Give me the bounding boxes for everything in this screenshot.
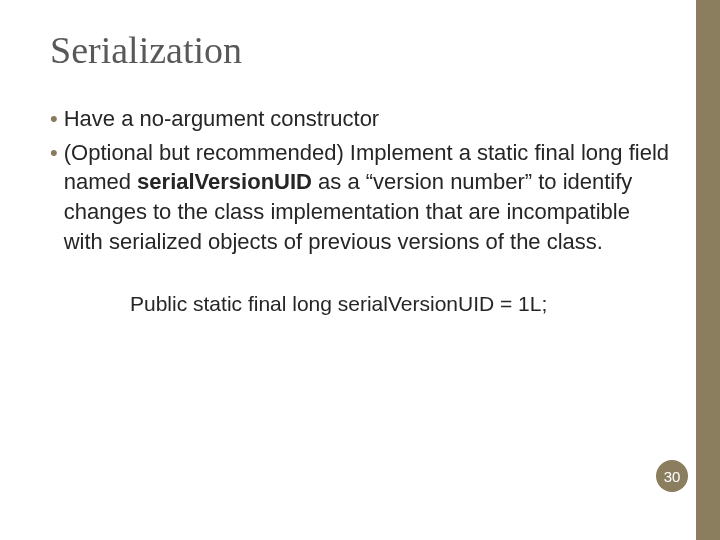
page-number-text: 30 bbox=[664, 468, 681, 485]
page-number-badge: 30 bbox=[656, 460, 688, 492]
slide: Serialization • Have a no-argument const… bbox=[0, 0, 720, 540]
bullet-text: (Optional but recommended) Implement a s… bbox=[64, 138, 670, 257]
slide-content: • Have a no-argument constructor • (Opti… bbox=[50, 104, 670, 316]
bullet-marker-icon: • bbox=[50, 104, 58, 134]
text-run: Have a no-argument constructor bbox=[64, 106, 380, 131]
bullet-item: • Have a no-argument constructor bbox=[50, 104, 670, 134]
bullet-marker-icon: • bbox=[50, 138, 58, 168]
sidebar-accent bbox=[696, 0, 720, 540]
text-run-bold: serialVersionUID bbox=[137, 169, 312, 194]
bullet-text: Have a no-argument constructor bbox=[64, 104, 670, 134]
code-example: Public static final long serialVersionUI… bbox=[130, 292, 670, 316]
slide-title: Serialization bbox=[50, 28, 670, 72]
bullet-item: • (Optional but recommended) Implement a… bbox=[50, 138, 670, 257]
